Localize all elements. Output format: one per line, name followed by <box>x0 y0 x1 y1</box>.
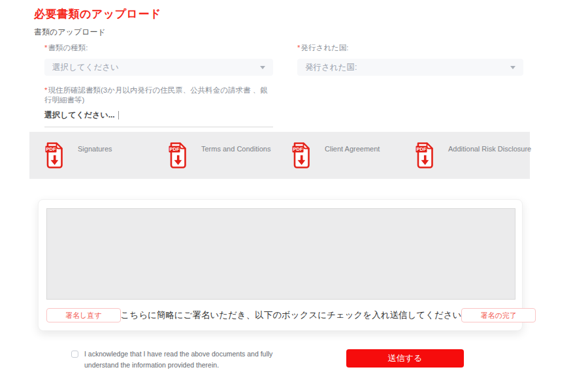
upload-documents-page: 必要書類のアップロード 書類のアップロード *書類の種類: 選択してください *… <box>0 0 588 376</box>
acknowledge-checkbox[interactable] <box>71 351 78 358</box>
issuing-country-label: *発行された国: <box>297 43 523 53</box>
document-link-signatures[interactable]: PDF Signatures <box>29 142 153 168</box>
documents-strip: PDF Signatures PDF Terms and Conditions … <box>29 132 530 179</box>
text-cursor <box>118 111 119 119</box>
chevron-down-icon <box>260 66 265 69</box>
pdf-file-icon: PDF <box>415 142 433 168</box>
signature-card: 署名し直す こちらに簡略にご署名いただき、以下のボックスにチェックを入れ送信して… <box>38 199 523 331</box>
address-proof-label: *現住所確認書類(3か月以内発行の住民票、公共料金の請求書 、銀行明細書等) <box>44 86 273 105</box>
pdf-file-icon: PDF <box>44 142 63 168</box>
document-link-additional-risk-disclosure[interactable]: PDF Additional Risk Disclosure <box>400 142 523 168</box>
section-subtitle: 書類のアップロード <box>34 27 106 38</box>
issuing-country-value: 発行された国: <box>305 62 357 73</box>
page-title: 必要書類のアップロード <box>34 7 161 22</box>
svg-text:PDF: PDF <box>170 146 180 152</box>
pdf-file-icon: PDF <box>168 142 186 168</box>
document-label: Client Agreement <box>325 145 380 153</box>
address-proof-file-value: 選択してください... <box>44 110 115 121</box>
svg-text:PDF: PDF <box>46 146 56 152</box>
field-issuing-country: *発行された国: 発行された国: <box>297 43 523 76</box>
document-label: Additional Risk Disclosure <box>448 145 531 153</box>
address-proof-file-input[interactable]: 選択してください... <box>44 110 273 127</box>
required-asterisk: * <box>297 44 300 52</box>
document-link-terms-and-conditions[interactable]: PDF Terms and Conditions <box>153 142 276 168</box>
document-type-select[interactable]: 選択してください <box>44 59 273 76</box>
field-address-proof: *現住所確認書類(3か月以内発行の住民票、公共料金の請求書 、銀行明細書等) 選… <box>44 86 273 127</box>
re-sign-button[interactable]: 署名し直す <box>46 308 121 322</box>
document-label: Signatures <box>78 145 112 153</box>
signature-footer: 署名し直す こちらに簡略にご署名いただき、以下のボックスにチェックを入れ送信して… <box>46 303 514 328</box>
required-asterisk: * <box>44 44 47 52</box>
signature-instruction: こちらに簡略にご署名いただき、以下のボックスにチェックを入れ送信してください <box>121 309 462 321</box>
svg-text:PDF: PDF <box>417 146 427 152</box>
acknowledge-text: I acknowledge that I have read the above… <box>84 349 272 371</box>
document-link-client-agreement[interactable]: PDF Client Agreement <box>276 142 400 168</box>
svg-text:PDF: PDF <box>293 146 303 152</box>
required-asterisk: * <box>44 86 47 94</box>
field-document-type: *書類の種類: 選択してください <box>44 43 273 76</box>
issuing-country-select[interactable]: 発行された国: <box>297 59 523 76</box>
signature-pad-canvas[interactable] <box>46 208 515 300</box>
document-type-value: 選択してください <box>52 62 119 73</box>
chevron-down-icon <box>510 66 515 69</box>
submit-button[interactable]: 送信する <box>346 349 464 368</box>
acknowledge-row: I acknowledge that I have read the above… <box>71 349 272 371</box>
document-label: Terms and Conditions <box>201 145 270 153</box>
signature-done-button[interactable]: 署名の完了 <box>461 308 535 322</box>
document-type-label: *書類の種類: <box>44 43 273 53</box>
pdf-file-icon: PDF <box>291 142 310 168</box>
